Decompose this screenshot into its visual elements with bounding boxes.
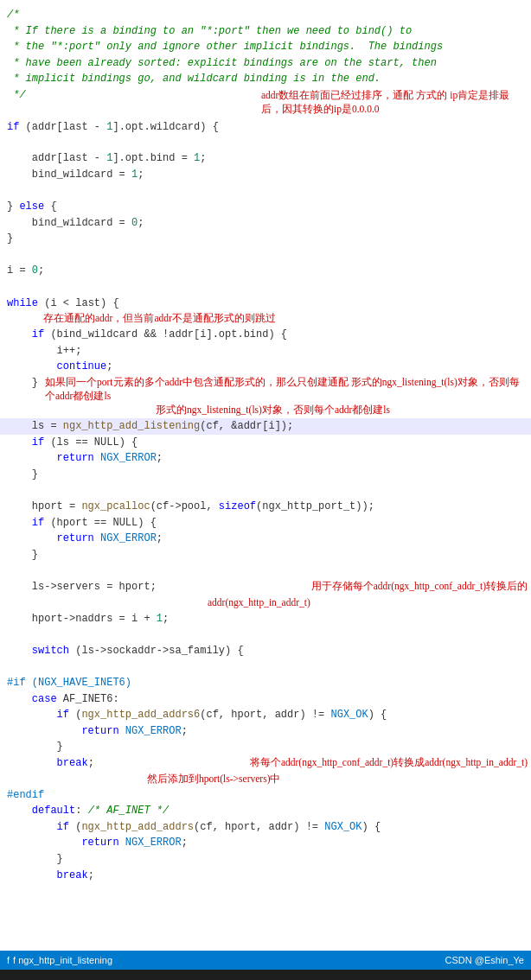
code-line: i = 0; bbox=[0, 263, 531, 279]
code-line: * the "*:port" only and ignore other imp… bbox=[0, 39, 531, 55]
code-line: } bbox=[0, 851, 531, 868]
code-line: if (ls == NULL) { bbox=[0, 435, 531, 451]
code-line: * have been already sorted: explicit bin… bbox=[0, 55, 531, 72]
code-line: } 如果同一个port元素的多个addr中包含通配形式的，那么只创建通配 形式的… bbox=[0, 375, 531, 403]
code-line: #endif bbox=[0, 787, 531, 804]
code-line bbox=[0, 247, 531, 264]
code-line bbox=[0, 279, 531, 296]
annotation-2: 存在通配的addr，但当前addr不是通配形式的则跳过 bbox=[43, 311, 276, 327]
code-line: bind_wildcard = 1; bbox=[0, 167, 531, 183]
status-right: CSDN @Eshin_Ye bbox=[445, 955, 524, 965]
code-area: /* * If there is a binding to an "*:port… bbox=[0, 0, 531, 951]
code-line bbox=[0, 659, 531, 675]
code-line: default: /* AF_INET */ bbox=[0, 803, 531, 819]
annotation-line-5b: 然后添加到hport(ls->servers)中 bbox=[0, 772, 531, 787]
code-line: break; bbox=[0, 868, 531, 884]
code-line: * If there is a binding to an "*:port" t… bbox=[0, 23, 531, 40]
code-line: return NGX_ERROR; bbox=[0, 835, 531, 851]
annotation-5a: 将每个addr(ngx_http_conf_addr_t)转换成addr(ngx… bbox=[250, 755, 528, 771]
code-line: continue; bbox=[0, 359, 531, 375]
code-line bbox=[0, 627, 531, 643]
code-line: return NGX_ERROR; bbox=[0, 531, 531, 547]
code-line: if (hport == NULL) { bbox=[0, 515, 531, 531]
code-line: if (bind_wildcard && !addr[i].opt.bind) … bbox=[0, 327, 531, 343]
code-line: return NGX_ERROR; bbox=[0, 450, 531, 467]
status-function-name: f ngx_http_init_listening bbox=[13, 955, 112, 965]
code-line: } bbox=[0, 467, 531, 483]
code-line: } bbox=[0, 739, 531, 755]
code-line: bind_wildcard = 0; bbox=[0, 215, 531, 232]
code-line: ls = ngx_http_add_listening(cf, &addr[i]… bbox=[0, 418, 531, 435]
code-line: addr[last - 1].opt.bind = 1; bbox=[0, 150, 531, 167]
code-line: } else { bbox=[0, 199, 531, 215]
code-line bbox=[0, 482, 531, 499]
code-line: ls->servers = hport; 用于存储每个addr(ngx_http… bbox=[0, 579, 531, 595]
code-line: #if (NGX_HAVE_INET6) bbox=[0, 675, 531, 691]
code-line: /* bbox=[0, 7, 531, 23]
annotation-1: addr数组在前面已经过排序，通配 方式的 ip肯定是排最后，因其转换的ip是0… bbox=[261, 88, 529, 116]
status-bar: f f ngx_http_init_listening CSDN @Eshin_… bbox=[0, 951, 531, 970]
annotation-3a: 如果同一个port元素的多个addr中包含通配形式的，那么只创建通配 形式的ng… bbox=[45, 375, 528, 403]
code-line: if (ngx_http_add_addrs6(cf, hport, addr)… bbox=[0, 707, 531, 723]
annotation-3b: 形式的ngx_listening_t(ls)对象，否则每个addr都创建ls bbox=[156, 403, 390, 418]
code-line: while (i < last) { bbox=[0, 296, 531, 312]
code-line: hport = ngx_pcalloc(cf->pool, sizeof(ngx… bbox=[0, 499, 531, 515]
code-line: hport->naddrs = i + 1; bbox=[0, 611, 531, 627]
code-line: return NGX_ERROR; bbox=[0, 723, 531, 740]
code-line bbox=[0, 182, 531, 199]
code-line: if (addr[last - 1].opt.wildcard) { addr数… bbox=[0, 119, 531, 150]
code-line: } bbox=[0, 231, 531, 247]
code-line bbox=[0, 563, 531, 579]
annotation-line-2: 存在通配的addr，但当前addr不是通配形式的则跳过 bbox=[0, 311, 531, 327]
annotation-line-4b: addr(ngx_http_in_addr_t) bbox=[0, 595, 531, 611]
status-icon: f bbox=[7, 955, 10, 965]
annotation-line-3b: 形式的ngx_listening_t(ls)对象，否则每个addr都创建ls bbox=[0, 403, 531, 418]
code-line: break; 将每个addr(ngx_http_conf_addr_t)转换成a… bbox=[0, 755, 531, 772]
code-line: switch (ls->sockaddr->sa_family) { bbox=[0, 643, 531, 659]
code-line: * implicit bindings go, and wildcard bin… bbox=[0, 71, 531, 87]
annotation-4b: addr(ngx_http_in_addr_t) bbox=[208, 595, 310, 611]
code-line: i++; bbox=[0, 343, 531, 360]
code-line: if (ngx_http_add_addrs(cf, hport, addr) … bbox=[0, 819, 531, 836]
code-line: case AF_INET6: bbox=[0, 691, 531, 708]
code-line: } bbox=[0, 547, 531, 563]
annotation-4a: 用于存储每个addr(ngx_http_conf_addr_t)转换后的 bbox=[311, 579, 528, 595]
annotation-5b: 然后添加到hport(ls->servers)中 bbox=[147, 772, 281, 787]
status-left: f f ngx_http_init_listening bbox=[7, 955, 112, 965]
